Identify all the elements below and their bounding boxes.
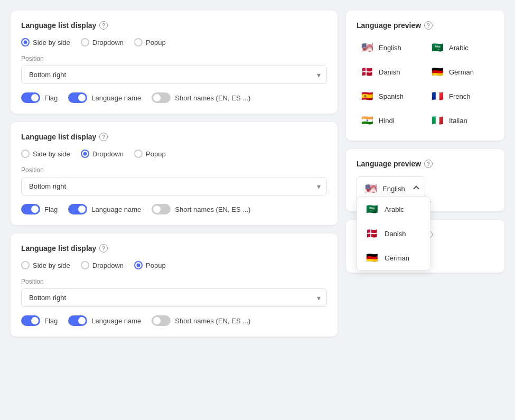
preview-1-help-icon[interactable]: ? bbox=[424, 21, 433, 30]
preview-2-dropdown: 🇺🇸 English ↑ 🇸🇦 Arabic 🇩🇰 Danish bbox=[357, 176, 494, 201]
panel-1-radio-group: Side by side Dropdown Popup bbox=[21, 38, 327, 46]
panel-2-langname-toggle[interactable]: Language name bbox=[68, 204, 141, 214]
italian-label: Italian bbox=[449, 117, 467, 125]
preview-2-selected-lang: English bbox=[382, 185, 405, 193]
english-label: English bbox=[379, 44, 401, 52]
panel-1-option-popup[interactable]: Popup bbox=[134, 38, 166, 46]
preview-2-selected-flag: 🇺🇸 bbox=[363, 181, 378, 196]
panel-2: Language list display ? Side by side Dro… bbox=[11, 122, 338, 225]
panel-1-flag-toggle[interactable]: Flag bbox=[21, 92, 58, 103]
panel-2-title: Language list display ? bbox=[21, 133, 327, 141]
panel-2-position-label: Position bbox=[21, 166, 327, 174]
panel-1-position-select[interactable]: Bottom right ▾ bbox=[21, 66, 327, 84]
preview-2-title: Language preview ? bbox=[357, 160, 494, 168]
list-item[interactable]: 🇩🇰 Danish bbox=[357, 62, 424, 81]
panel-1-shortnames-toggle[interactable]: Short names (EN, ES ...) bbox=[152, 92, 250, 103]
preview-2: Language preview ? 🇺🇸 English ↑ 🇸🇦 Arabi… bbox=[346, 149, 504, 211]
preview-1-title-text: Language preview bbox=[357, 21, 421, 30]
panel-1-option-dropdown[interactable]: Dropdown bbox=[81, 38, 124, 46]
panel-1-option-sidebyside[interactable]: Side by side bbox=[21, 38, 70, 46]
french-flag-icon: 🇫🇷 bbox=[430, 89, 445, 104]
panel-3-title-text: Language list display bbox=[21, 244, 96, 253]
preview-2-help-icon[interactable]: ? bbox=[424, 160, 433, 168]
panel-3-toggle-group: Flag Language name Short names (EN, ES .… bbox=[21, 315, 327, 326]
panel-1: Language list display ? Side by side Dro… bbox=[11, 11, 338, 114]
panel-1-title-text: Language list display bbox=[21, 21, 96, 30]
panel-3-position-label: Position bbox=[21, 278, 327, 285]
panel-2-radio-group: Side by side Dropdown Popup bbox=[21, 150, 327, 158]
main-layout: Language list display ? Side by side Dro… bbox=[11, 11, 504, 337]
arabic-flag-icon: 🇸🇦 bbox=[430, 40, 445, 55]
dropdown-german-flag: 🇩🇪 bbox=[364, 250, 379, 265]
list-item[interactable]: 🇩🇪 German bbox=[427, 62, 494, 81]
panel-3-option-sidebyside[interactable]: Side by side bbox=[21, 261, 70, 269]
panel-3-flag-toggle[interactable]: Flag bbox=[21, 315, 58, 326]
list-item[interactable]: 🇮🇹 Italian bbox=[427, 111, 494, 130]
spanish-label: Spanish bbox=[379, 92, 404, 100]
panel-3-option-dropdown[interactable]: Dropdown bbox=[81, 261, 124, 269]
panel-1-langname-toggle[interactable]: Language name bbox=[68, 92, 141, 103]
panel-2-position-select[interactable]: Bottom right ▾ bbox=[21, 177, 327, 195]
panel-2-option-sidebyside[interactable]: Side by side bbox=[21, 150, 70, 158]
panel-1-position-label: Position bbox=[21, 55, 327, 62]
dropdown-menu: 🇸🇦 Arabic 🇩🇰 Danish 🇩🇪 German bbox=[357, 197, 430, 270]
panel-3-option-popup[interactable]: Popup bbox=[134, 261, 166, 269]
panel-1-title: Language list display ? bbox=[21, 21, 327, 30]
hindi-flag-icon: 🇮🇳 bbox=[360, 113, 374, 128]
panel-3-position-select[interactable]: Bottom right ▾ bbox=[21, 288, 327, 307]
arabic-label: Arabic bbox=[449, 44, 469, 52]
english-flag-icon: 🇺🇸 bbox=[360, 40, 374, 55]
list-item[interactable]: 🇺🇸 English bbox=[357, 38, 424, 57]
panel-2-option-dropdown[interactable]: Dropdown bbox=[81, 150, 124, 158]
hindi-label: Hindi bbox=[379, 117, 395, 125]
panel-2-flag-toggle[interactable]: Flag bbox=[21, 204, 58, 214]
panel-2-toggle-group: Flag Language name Short names (EN, ES .… bbox=[21, 204, 327, 214]
dropdown-danish-flag: 🇩🇰 bbox=[364, 226, 379, 241]
panel-2-help-icon[interactable]: ? bbox=[99, 133, 108, 141]
panel-3-shortnames-toggle[interactable]: Short names (EN, ES ...) bbox=[152, 315, 250, 326]
preview-2-title-text: Language preview bbox=[357, 160, 421, 168]
panel-3-langname-toggle[interactable]: Language name bbox=[68, 315, 141, 326]
panel-2-shortnames-toggle[interactable]: Short names (EN, ES ...) bbox=[152, 204, 250, 214]
danish-label: Danish bbox=[379, 68, 400, 76]
panel-1-help-icon[interactable]: ? bbox=[99, 21, 108, 30]
panel-3-radio-group: Side by side Dropdown Popup bbox=[21, 261, 327, 269]
panel-2-title-text: Language list display bbox=[21, 133, 96, 141]
panel-3: Language list display ? Side by side Dro… bbox=[11, 234, 338, 337]
danish-flag-icon: 🇩🇰 bbox=[360, 64, 374, 79]
panel-3-help-icon[interactable]: ? bbox=[99, 244, 108, 253]
dropdown-item-danish[interactable]: 🇩🇰 Danish bbox=[357, 221, 430, 246]
right-column: Language preview ? 🇺🇸 English 🇸🇦 Arabic … bbox=[346, 11, 504, 337]
panel-2-option-popup[interactable]: Popup bbox=[134, 150, 166, 158]
list-item[interactable]: 🇫🇷 French bbox=[427, 87, 494, 106]
italian-flag-icon: 🇮🇹 bbox=[430, 113, 445, 128]
left-column: Language list display ? Side by side Dro… bbox=[11, 11, 338, 337]
german-flag-icon: 🇩🇪 bbox=[430, 64, 445, 79]
dropdown-chevron-up-icon bbox=[413, 185, 419, 191]
panel-3-title: Language list display ? bbox=[21, 244, 327, 253]
panel-1-toggle-group: Flag Language name Short names (EN, ES .… bbox=[21, 92, 327, 103]
dropdown-item-german[interactable]: 🇩🇪 German bbox=[357, 246, 430, 270]
list-item[interactable]: 🇪🇸 Spanish bbox=[357, 87, 424, 106]
list-item[interactable]: 🇸🇦 Arabic bbox=[427, 38, 494, 57]
preview-1: Language preview ? 🇺🇸 English 🇸🇦 Arabic … bbox=[346, 11, 504, 141]
dropdown-item-arabic[interactable]: 🇸🇦 Arabic bbox=[357, 197, 430, 221]
french-label: French bbox=[449, 92, 470, 100]
preview-1-title: Language preview ? bbox=[357, 21, 494, 30]
list-item[interactable]: 🇮🇳 Hindi bbox=[357, 111, 424, 130]
dropdown-arabic-flag: 🇸🇦 bbox=[364, 202, 379, 217]
spanish-flag-icon: 🇪🇸 bbox=[360, 89, 374, 104]
preview-1-lang-grid: 🇺🇸 English 🇸🇦 Arabic 🇩🇰 Danish 🇩🇪 German bbox=[357, 38, 494, 130]
german-label: German bbox=[449, 68, 474, 76]
